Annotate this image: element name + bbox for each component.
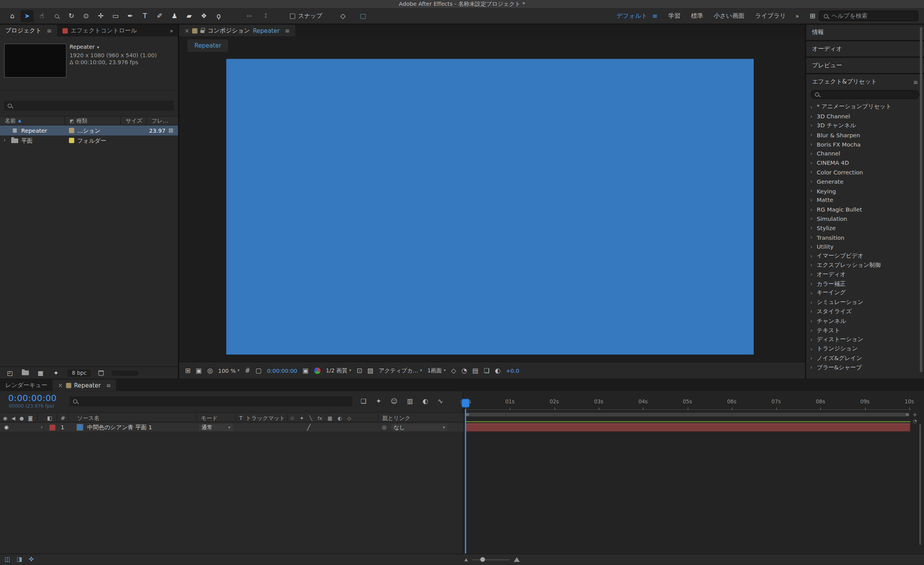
composition-mini-flowchart-icon[interactable]: ❏ (361, 398, 366, 405)
expand-inout-icon[interactable]: ✜ (29, 556, 34, 563)
workspace-tab-3[interactable]: 標準 (691, 12, 703, 20)
mask-visibility-icon[interactable]: ▢ (256, 367, 262, 374)
rectangle-tool-icon[interactable]: ▭ (109, 10, 122, 22)
tab-overflow-chevron[interactable]: » (165, 25, 178, 36)
lock-header-icon[interactable]: ◙ (28, 415, 33, 421)
tab-project[interactable]: プロジェクト ≡ (0, 25, 57, 36)
column-type[interactable]: ◩種類 (65, 117, 121, 125)
eraser-tool-icon[interactable]: ▰ (183, 10, 196, 22)
audio-panel[interactable]: オーディオ (806, 41, 924, 57)
quality-switch-icon[interactable]: ╱ (307, 424, 310, 431)
grid-and-guides-icon[interactable]: ⊞ (185, 367, 190, 374)
snapshot-icon[interactable]: ▣ (303, 367, 309, 374)
transparency-grid-icon[interactable]: ▨ (367, 367, 373, 374)
view-options-icon[interactable]: ◎ (207, 367, 213, 374)
interpret-footage-icon[interactable]: ◰ (6, 368, 14, 377)
selection-tool-icon[interactable]: ➤ (21, 10, 34, 22)
quality-header-icon[interactable]: ╲ (309, 415, 312, 421)
roto-brush-tool-icon[interactable]: ❖ (197, 10, 210, 22)
sort-ascending-icon[interactable]: ▲ (18, 118, 21, 123)
pan-behind-tool-icon[interactable]: ✛ (94, 10, 108, 22)
source-name-column-header[interactable]: ソース名 (77, 415, 99, 422)
effects-search-input[interactable] (811, 90, 919, 99)
effects-category-item[interactable]: ›RG Magic Bullet (806, 205, 924, 214)
effects-category-item[interactable]: ›Stylize (806, 224, 924, 233)
mode-column-header[interactable]: モード (201, 415, 217, 422)
project-item-folder[interactable]: › 平面 フォルダー (0, 135, 178, 145)
timeline-zoom-control[interactable] (464, 557, 520, 562)
label-column-header[interactable]: ◧ (47, 415, 52, 421)
collapse-header-icon[interactable]: ✦ (300, 415, 304, 421)
effects-category-item[interactable]: ›Color Correction (806, 167, 924, 177)
zoom-tool-icon[interactable] (50, 10, 63, 22)
effects-category-item[interactable]: ›キーイング (806, 288, 924, 298)
puppet-pin-tool-icon[interactable]: ϙ (212, 10, 225, 22)
column-name[interactable]: 名前▲ (0, 117, 65, 125)
project-bit-depth-button[interactable]: 8 bpc (68, 369, 91, 377)
effects-category-item[interactable]: ›Channel (806, 149, 924, 158)
parent-link-column-header[interactable]: 親とリンク (382, 415, 410, 422)
current-timecode[interactable]: 0:00:00:00 (8, 393, 56, 403)
expand-transfer-controls-icon[interactable]: ◨ (17, 556, 22, 563)
snap-checkbox[interactable] (290, 13, 295, 19)
motion-blur-icon[interactable]: ◐ (423, 398, 428, 405)
solo-header-icon[interactable]: ● (19, 415, 24, 421)
effects-category-item[interactable]: ›テキスト (806, 326, 924, 335)
view-layout-dropdown[interactable]: 1画面▾ (428, 367, 446, 374)
layer-expander-icon[interactable]: › (41, 424, 43, 430)
playhead-line[interactable] (465, 409, 466, 553)
effects-category-item[interactable]: ›オーディオ (806, 270, 924, 279)
playhead-handle[interactable] (461, 399, 469, 408)
flyout-triangle-icon[interactable]: ▾ (97, 45, 99, 50)
blend-mode-dropdown[interactable]: 通常 ▾ (199, 424, 233, 431)
item-name[interactable]: Repeater (21, 127, 47, 133)
timeline-button-icon[interactable]: ▤ (472, 367, 479, 374)
effects-category-item[interactable]: ›チャンネル (806, 316, 924, 326)
tab-timeline-repeater[interactable]: × Repeater ≡ (53, 379, 116, 391)
number-column-header[interactable]: # (61, 415, 65, 421)
panel-dock-icon[interactable]: ⊞ (806, 10, 819, 22)
zoom-slider-track[interactable] (472, 559, 510, 560)
draft-3d-icon[interactable]: ✦ (376, 398, 381, 405)
toggle-viewer-icon[interactable]: ▣ (196, 367, 202, 374)
new-folder-icon[interactable] (21, 368, 29, 377)
workspace-tab-4[interactable]: 小さい画面 (714, 12, 744, 20)
effects-category-item[interactable]: ›Transition (806, 233, 924, 242)
clone-stamp-tool-icon[interactable]: ♟ (168, 10, 181, 22)
effects-category-item[interactable]: ›3D Channel (806, 112, 924, 121)
viewer-tab-repeater[interactable]: Repeater (187, 39, 228, 52)
region-of-interest-icon[interactable]: ⊡ (357, 367, 362, 374)
layer-duration-bar[interactable] (465, 423, 910, 432)
video-header-icon[interactable]: ◉ (3, 415, 7, 421)
fx-header-icon[interactable]: fx (318, 415, 322, 421)
effects-category-item[interactable]: ›ディストーション (806, 335, 924, 344)
project-search-input[interactable] (4, 101, 174, 111)
layer-visibility-eye-icon[interactable]: ◉ (4, 424, 9, 430)
tab-composition-repeater[interactable]: × コンポジション Repeater ≡ (179, 25, 295, 36)
snap-toggle[interactable]: スナップ (290, 12, 322, 20)
shy-header-icon[interactable]: ☉ (290, 415, 294, 421)
effects-category-item[interactable]: ›イマーシブビデオ (806, 251, 924, 261)
text-tool-icon[interactable]: T (139, 10, 152, 22)
column-framerate[interactable]: フレ… (147, 117, 178, 125)
effects-category-item[interactable]: ›Blur & Sharpen (806, 130, 924, 140)
audio-header-icon[interactable]: ◀ (12, 415, 15, 421)
layer-label-chip[interactable] (50, 425, 55, 430)
info-panel[interactable]: 情報 (806, 25, 924, 40)
workspace-tab-2[interactable]: 学習 (668, 12, 680, 20)
effects-category-item[interactable]: ›* アニメーションプリセット (806, 102, 924, 112)
preview-time-field[interactable]: 0:00:00:00 (267, 367, 297, 374)
label-color-chip[interactable] (69, 138, 74, 143)
track-matte-t-icon[interactable]: T (239, 415, 243, 421)
frame-blending-icon[interactable]: ▥ (407, 398, 413, 405)
tab-render-queue[interactable]: レンダーキュー (0, 379, 53, 391)
project-settings-icon[interactable]: ✦ (52, 368, 60, 377)
lock-icon[interactable] (200, 30, 205, 33)
close-tab-icon[interactable]: × (58, 382, 63, 389)
expand-av-features-icon[interactable]: ◫ (5, 556, 10, 563)
disabled-tool-icon-2[interactable]: ↕ (259, 10, 272, 22)
show-channel-icon[interactable] (314, 367, 320, 374)
panel-menu-icon[interactable]: ≡ (47, 27, 52, 34)
effects-category-item[interactable]: ›Simulation (806, 214, 924, 224)
flowchart-button-icon[interactable]: ❏ (484, 367, 489, 374)
